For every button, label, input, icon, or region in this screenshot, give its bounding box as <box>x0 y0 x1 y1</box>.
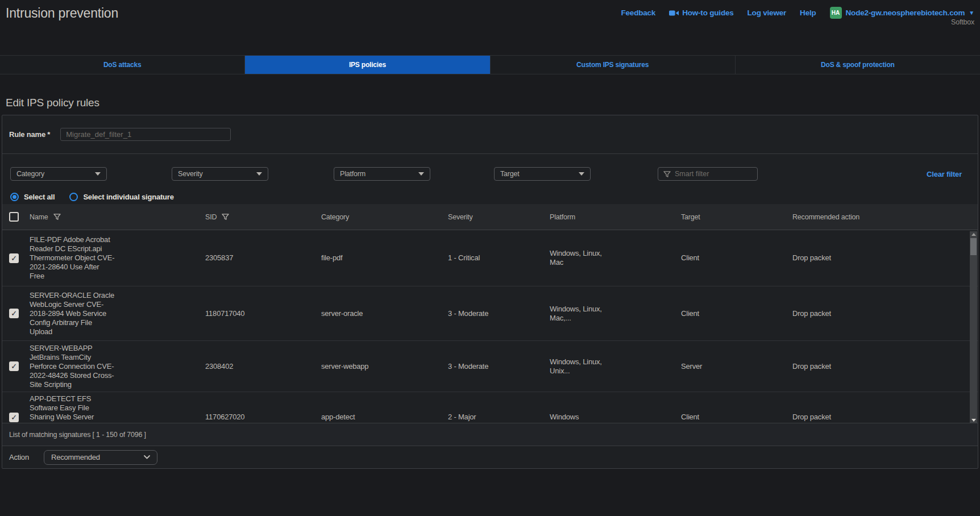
category-cell: app-detect <box>321 413 448 422</box>
target-cell: Server <box>681 362 792 371</box>
column-header-label: Severity <box>448 213 473 221</box>
chevron-down-icon <box>256 172 262 176</box>
rule-name-input[interactable] <box>60 128 231 141</box>
scrollbar-up-icon[interactable] <box>971 233 976 236</box>
select-all-checkbox[interactable] <box>9 212 19 222</box>
edit-ips-policy-panel: Rule name * CategorySeverityPlatformTarg… <box>2 115 978 469</box>
row-checkbox-cell: ✓ <box>2 309 30 318</box>
severity-cell: 2 - Major <box>448 413 550 422</box>
radio-select-individual-signature[interactable]: Select individual signature <box>69 193 173 201</box>
column-header-platform: Platform <box>550 213 681 221</box>
tab-ips-policies[interactable]: IPS policies <box>245 56 490 74</box>
funnel-icon <box>663 170 671 178</box>
tab-bar: DoS attacksIPS policiesCustom IPS signat… <box>0 55 980 74</box>
funnel-icon[interactable] <box>222 213 229 220</box>
chevron-down-icon <box>144 455 150 459</box>
chevron-down-icon <box>95 172 101 176</box>
radio-label: Select all <box>24 193 55 201</box>
rule-name-label: Rule name * <box>9 128 50 141</box>
top-header: Intrusion prevention Feedback How-to gui… <box>0 0 980 55</box>
column-header-label: Recommended action <box>792 213 859 221</box>
chevron-down-icon <box>579 172 584 176</box>
table-row: ✓FILE-PDF Adobe Acrobat Reader DC EScrip… <box>2 230 978 286</box>
signature-name-cell: APP-DETECT EFS Software Easy File Sharin… <box>30 394 115 423</box>
table-row: ✓SERVER-ORACLE Oracle WebLogic Server CV… <box>2 286 978 340</box>
clipped-row-wrapper: ✓APP-DETECT EFS Software Easy File Shari… <box>2 392 978 423</box>
results-summary: List of matching signatures [ 1 - 150 of… <box>9 431 146 439</box>
dropdown-label: Category <box>16 170 44 178</box>
platform-cell: Windows <box>550 413 613 422</box>
top-nav: Feedback How-to guides Log viewer Help H… <box>621 7 974 19</box>
feedback-link[interactable]: Feedback <box>621 9 655 17</box>
log-viewer-link[interactable]: Log viewer <box>748 9 787 17</box>
page-title: Intrusion prevention <box>6 6 118 21</box>
action-select[interactable]: Recommended <box>44 450 157 465</box>
column-header-label: Name <box>30 213 48 221</box>
video-camera-icon <box>669 10 679 16</box>
table-footer: List of matching signatures [ 1 - 150 of… <box>2 423 978 446</box>
column-header-severity: Severity <box>448 213 550 221</box>
tab-custom-ips-signatures[interactable]: Custom IPS signatures <box>491 56 736 74</box>
header-checkbox-cell <box>2 212 30 222</box>
row-checkbox[interactable]: ✓ <box>9 309 19 318</box>
action-label: Action <box>9 453 29 461</box>
tab-label: DoS & spoof protection <box>821 61 895 69</box>
column-header-category: Category <box>321 213 448 221</box>
tab-label: DoS attacks <box>103 61 142 69</box>
recommended-action-cell: Drop packet <box>792 413 978 422</box>
scrollbar-thumb[interactable] <box>970 238 977 255</box>
column-header-label: Platform <box>550 213 575 221</box>
category-dropdown[interactable]: Category <box>10 167 107 181</box>
row-checkbox[interactable]: ✓ <box>9 253 19 263</box>
howto-guides-link[interactable]: How-to guides <box>669 9 733 17</box>
signature-name-cell: FILE-PDF Adobe Acrobat Reader DC EScript… <box>30 235 115 281</box>
severity-cell: 1 - Critical <box>448 253 550 263</box>
row-checkbox-cell: ✓ <box>2 253 30 263</box>
target-dropdown[interactable]: Target <box>494 167 591 181</box>
tab-dos-spoof-protection[interactable]: DoS & spoof protection <box>736 56 980 74</box>
recommended-action-cell: Drop packet <box>792 362 978 371</box>
target-cell: Client <box>681 309 792 318</box>
edition-label: Softbox <box>951 18 974 26</box>
ha-badge: HA <box>830 7 842 19</box>
severity-dropdown[interactable]: Severity <box>172 167 268 181</box>
column-header-label: SID <box>205 213 217 221</box>
funnel-icon[interactable] <box>53 213 61 220</box>
radio-label: Select individual signature <box>83 193 173 201</box>
platform-dropdown[interactable]: Platform <box>334 167 430 181</box>
platform-cell: Windows, Linux, Unix... <box>550 357 613 376</box>
column-header-name: Name <box>30 213 205 221</box>
smart-filter-input[interactable] <box>675 170 749 178</box>
scrollbar-down-icon[interactable] <box>971 419 976 422</box>
chevron-down-icon: ▼ <box>969 10 974 16</box>
dropdown-label: Platform <box>340 170 366 178</box>
row-checkbox[interactable]: ✓ <box>9 413 19 422</box>
radio-select-all[interactable]: Select all <box>10 193 55 201</box>
target-cell: Client <box>681 413 792 422</box>
sid-cell: 1170627020 <box>205 413 321 422</box>
device-menu[interactable]: HA Node2-gw.neospherebiotech.com ▼ <box>830 7 974 19</box>
column-header-target: Target <box>681 213 792 221</box>
table-row: ✓SERVER-WEBAPP JetBrains TeamCity Perfor… <box>2 340 978 392</box>
sid-cell: 1180717040 <box>205 309 321 318</box>
platform-cell: Windows, Linux, Mac,... <box>550 305 613 323</box>
severity-cell: 3 - Moderate <box>448 362 550 371</box>
category-cell: file-pdf <box>321 253 448 263</box>
filter-row: CategorySeverityPlatformTarget Clear fil… <box>2 167 978 181</box>
tab-dos-attacks[interactable]: DoS attacks <box>0 56 245 74</box>
category-cell: server-webapp <box>321 362 448 371</box>
recommended-action-cell: Drop packet <box>792 253 978 263</box>
tab-label: Custom IPS signatures <box>576 61 649 69</box>
target-cell: Client <box>681 253 792 263</box>
help-link[interactable]: Help <box>800 9 816 17</box>
clear-filter-link[interactable]: Clear filter <box>927 170 962 178</box>
howto-guides-label: How-to guides <box>682 9 733 17</box>
recommended-action-cell: Drop packet <box>792 309 978 318</box>
device-name: Node2-gw.neospherebiotech.com <box>846 9 965 17</box>
row-checkbox[interactable]: ✓ <box>9 361 19 371</box>
table-scrollbar[interactable] <box>970 231 977 423</box>
row-checkbox-cell: ✓ <box>2 361 30 371</box>
category-cell: server-oracle <box>321 309 448 318</box>
sid-cell: 2305837 <box>205 253 321 263</box>
tab-label: IPS policies <box>349 61 386 69</box>
